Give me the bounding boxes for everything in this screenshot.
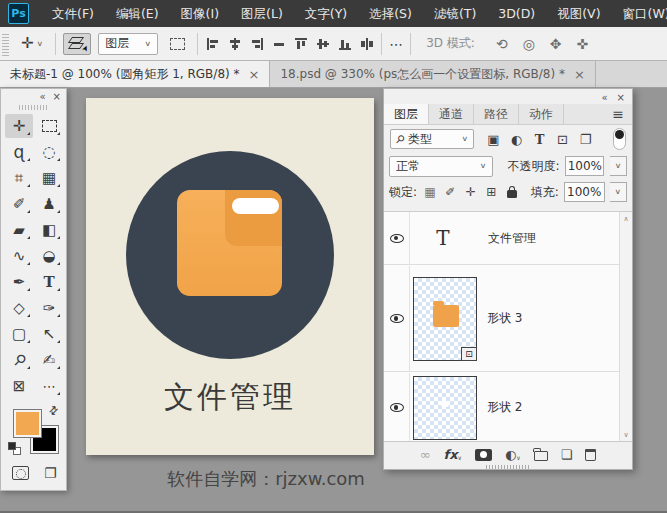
3d-slide-icon[interactable]: ✜ xyxy=(577,36,589,52)
visibility-cell[interactable] xyxy=(384,212,410,264)
lasso-tool[interactable]: ɋ xyxy=(5,140,33,164)
menu-filter[interactable]: 滤镜(T) xyxy=(423,0,487,27)
paint-bucket-tool[interactable]: ◧ xyxy=(35,218,63,242)
show-transform-controls-toggle[interactable] xyxy=(165,34,190,54)
panel-resize-grip[interactable] xyxy=(486,465,530,469)
menu-file[interactable]: 文件(F) xyxy=(41,0,105,27)
eraser-tool[interactable]: ▰ xyxy=(5,218,33,242)
lock-transparent-pixels-icon[interactable]: ▦ xyxy=(422,185,438,199)
close-icon[interactable]: × xyxy=(53,92,61,101)
zoom-tool[interactable]: ⚲ xyxy=(5,348,33,372)
panel-menu-icon[interactable]: ≡ xyxy=(612,104,632,124)
menu-layer[interactable]: 图层(L) xyxy=(230,0,294,27)
new-layer-icon[interactable]: ❏ xyxy=(561,448,573,461)
lock-position-icon[interactable]: ✛ xyxy=(463,185,479,199)
collapse-panel-icon[interactable]: « xyxy=(39,92,45,101)
delete-layer-icon[interactable] xyxy=(585,449,596,461)
mixer-brush-tool[interactable]: ✍ xyxy=(35,348,63,372)
menu-image[interactable]: 图像(I) xyxy=(170,0,230,27)
layer-style-button[interactable]: fx∨ xyxy=(443,448,461,461)
fill-value[interactable]: 100% xyxy=(564,182,605,202)
menu-3d[interactable]: 3D(D) xyxy=(487,0,546,27)
3d-pan-icon[interactable]: ✥ xyxy=(550,36,562,52)
close-icon[interactable]: × xyxy=(249,68,260,81)
auto-select-toggle[interactable]: ➤ xyxy=(63,33,91,55)
foreground-color-swatch[interactable] xyxy=(14,410,41,437)
distribute-vertical-centers-button[interactable] xyxy=(359,36,374,51)
crossed-box-tool[interactable]: ⊠ xyxy=(5,374,33,398)
visibility-cell[interactable] xyxy=(384,373,410,441)
lock-all-icon[interactable] xyxy=(507,190,517,198)
screen-mode-icon[interactable]: ❐ xyxy=(44,466,57,480)
default-colors-icon[interactable] xyxy=(8,442,23,457)
quick-mask-icon[interactable] xyxy=(12,466,29,480)
panel-grip[interactable] xyxy=(19,105,49,110)
brush-tool[interactable]: ✐ xyxy=(5,192,33,216)
rectangular-marquee-tool[interactable] xyxy=(35,114,63,138)
tab-layers[interactable]: 图层 xyxy=(384,104,429,124)
doc-tab-untitled[interactable]: 未标题-1 @ 100% (圆角矩形 1, RGB/8) * × xyxy=(0,61,270,87)
layer-list-scrollbar[interactable]: ∧ ∨ xyxy=(619,212,632,441)
menu-type[interactable]: 文字(Y) xyxy=(294,0,358,27)
new-adjustment-layer-button[interactable]: ◐∨ xyxy=(505,448,521,461)
eyedropper-tool[interactable]: ✑ xyxy=(35,296,63,320)
scroll-up-icon[interactable]: ∧ xyxy=(623,215,628,223)
layer-row-text[interactable]: T 文件管理 xyxy=(384,212,619,265)
opacity-value[interactable]: 100% xyxy=(565,156,604,176)
swap-colors-icon[interactable]: ⇄ xyxy=(46,403,62,419)
3d-roll-icon[interactable]: ◎ xyxy=(523,36,535,52)
rounded-rectangle-tool[interactable]: ▢ xyxy=(5,322,33,346)
filter-adjustment-layers-icon[interactable]: ◐ xyxy=(505,132,528,147)
filter-pixel-layers-icon[interactable]: ▣ xyxy=(482,132,505,147)
3d-orbit-icon[interactable]: ⟲ xyxy=(496,36,508,52)
lock-image-pixels-icon[interactable]: ✐ xyxy=(443,185,459,199)
type-tool[interactable]: T xyxy=(35,270,63,294)
align-horizontal-centers-button[interactable] xyxy=(227,36,242,51)
layer-row-shape2[interactable]: 形状 2 xyxy=(384,373,619,441)
edit-toolbar-button[interactable]: ⋯ xyxy=(35,374,63,398)
smudge-tool[interactable]: ∿ xyxy=(5,244,33,268)
align-vertical-centers-button[interactable] xyxy=(315,36,330,51)
clone-stamp-tool[interactable]: ♟ xyxy=(35,192,63,216)
move-tool-option-button[interactable]: ✛ ∨ xyxy=(16,32,48,55)
link-layers-icon[interactable]: ∞ xyxy=(420,448,431,461)
move-tool[interactable]: ✛ xyxy=(5,114,33,138)
filter-kind-dropdown[interactable]: ⚲ 类型 ∨ xyxy=(390,129,474,149)
quick-selection-tool[interactable]: ◌ xyxy=(35,140,63,164)
close-icon[interactable]: × xyxy=(574,68,585,81)
tab-actions[interactable]: 动作 xyxy=(519,104,564,124)
custom-shape-tool[interactable]: ◇ xyxy=(5,296,33,320)
menu-select[interactable]: 选择(S) xyxy=(358,0,423,27)
lock-artboard-icon[interactable]: ⊞ xyxy=(484,185,500,199)
frame-tool[interactable]: ▦ xyxy=(35,166,63,190)
menu-edit[interactable]: 编辑(E) xyxy=(105,0,170,27)
filter-smart-objects-icon[interactable]: ❐ xyxy=(574,132,597,147)
layer-row-shape3[interactable]: ⊡ 形状 3 xyxy=(384,266,619,372)
add-layer-mask-icon[interactable] xyxy=(475,449,492,461)
align-vertical-center-button[interactable] xyxy=(271,36,286,51)
align-right-edges-button[interactable] xyxy=(249,36,264,51)
new-group-icon[interactable] xyxy=(534,451,548,461)
align-bottom-edges-button[interactable] xyxy=(337,36,352,51)
opacity-dropdown-button[interactable]: ∨ xyxy=(610,156,627,176)
options-grip[interactable] xyxy=(2,32,9,56)
close-icon[interactable]: × xyxy=(617,93,625,102)
menu-view[interactable]: 视图(V) xyxy=(546,0,611,27)
direct-selection-tool[interactable]: ↖ xyxy=(35,322,63,346)
more-options-icon[interactable]: ⋯ xyxy=(389,37,403,51)
menu-window[interactable]: 窗口(W) xyxy=(612,0,667,27)
visibility-cell[interactable] xyxy=(384,266,410,371)
align-top-edges-button[interactable] xyxy=(293,36,308,51)
dodge-tool[interactable]: ◒ xyxy=(35,244,63,268)
filter-shape-layers-icon[interactable]: ⊡ xyxy=(551,132,574,147)
pen-tool[interactable]: ✒ xyxy=(5,270,33,294)
filter-toggle-switch[interactable] xyxy=(613,128,626,150)
auto-select-target-dropdown[interactable]: 图层 ∨ xyxy=(98,33,158,55)
tab-paths[interactable]: 路径 xyxy=(474,104,519,124)
collapse-panel-icon[interactable]: « xyxy=(601,93,607,102)
canvas-area[interactable]: 文件管理 xyxy=(86,98,374,455)
align-left-edges-button[interactable] xyxy=(205,36,220,51)
fill-dropdown-button[interactable]: ∨ xyxy=(610,182,627,202)
scroll-down-icon[interactable]: ∨ xyxy=(623,431,628,439)
doc-tab-18psd[interactable]: 18.psd @ 330% (ps怎么画一个设置图标, RGB/8) * × xyxy=(270,61,595,87)
